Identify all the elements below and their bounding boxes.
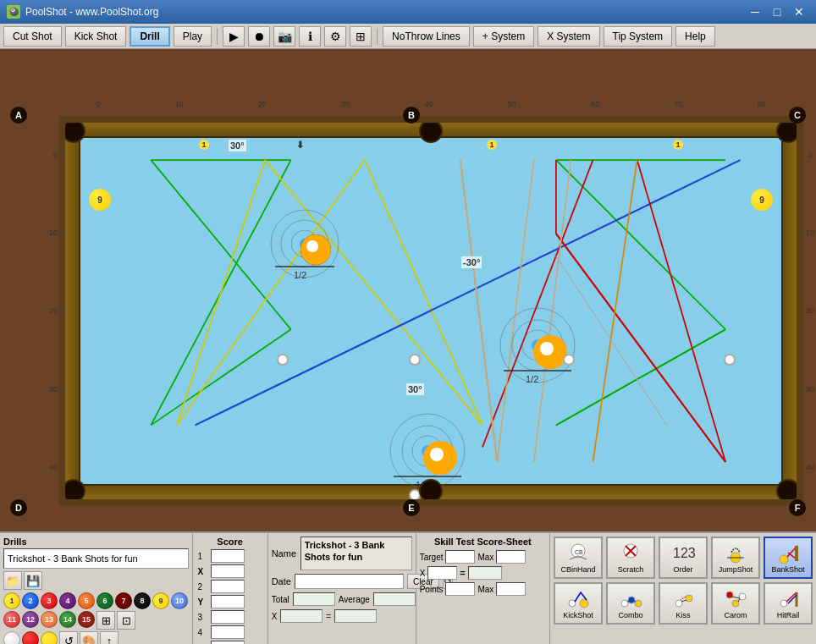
- drills-list[interactable]: Trickshot - 3 Bank Shots for fun: [3, 548, 189, 569]
- open-folder-button[interactable]: 📁: [3, 571, 22, 590]
- ball-10[interactable]: 10: [171, 592, 188, 609]
- ball-3[interactable]: 3: [41, 592, 58, 609]
- kiss-button[interactable]: Kiss: [659, 582, 708, 625]
- pocket-label-b: B: [403, 107, 420, 124]
- bank-shot-button[interactable]: BankShot: [764, 537, 813, 579]
- no-throw-button[interactable]: NoThrow Lines: [383, 26, 470, 47]
- kick-shot-button[interactable]: Kick Shot: [65, 26, 127, 47]
- ball-13[interactable]: 13: [41, 611, 58, 628]
- points-input[interactable]: [445, 582, 475, 596]
- ball-14[interactable]: 14: [59, 611, 76, 628]
- skill-result-input[interactable]: [468, 566, 502, 580]
- score-input-5[interactable]: [211, 641, 245, 644]
- x-input[interactable]: [280, 609, 323, 623]
- name-label: Name: [272, 548, 297, 559]
- max2-input[interactable]: [496, 582, 526, 596]
- ball-solid-red[interactable]: [22, 631, 39, 644]
- ball-6[interactable]: 6: [96, 592, 113, 609]
- tip-system-button[interactable]: Tip System: [604, 26, 673, 47]
- pool-table[interactable]: 30° -30° 30° 1/2: [58, 116, 803, 506]
- settings-icon-button[interactable]: ⚙: [324, 26, 346, 47]
- close-button[interactable]: ✕: [789, 3, 809, 20]
- save-button[interactable]: 💾: [24, 571, 42, 590]
- help-button[interactable]: Help: [675, 26, 715, 47]
- ball-9-top-right[interactable]: 9: [751, 189, 773, 211]
- cue-ball-right[interactable]: [563, 354, 575, 366]
- total-input[interactable]: [293, 592, 335, 606]
- ball-9-bottom-left[interactable]: 9: [102, 502, 124, 506]
- date-input[interactable]: [295, 574, 404, 589]
- score-row-1: 1: [196, 548, 264, 564]
- ball-solid-yellow[interactable]: [41, 631, 58, 644]
- result-input[interactable]: [334, 609, 377, 623]
- ball-solid-white[interactable]: [3, 631, 20, 644]
- ball-7[interactable]: 7: [115, 592, 132, 609]
- cb-in-hand-label: CBinHand: [560, 565, 595, 574]
- rail-left: [65, 123, 80, 499]
- jump-shot-button[interactable]: JumpShot: [711, 537, 760, 579]
- x-system-button[interactable]: X System: [538, 26, 599, 47]
- cut-shot-button[interactable]: Cut Shot: [3, 26, 62, 47]
- score-input-1[interactable]: [211, 549, 245, 563]
- equals2-label: =: [460, 568, 465, 578]
- cue-ball-left[interactable]: [277, 354, 289, 366]
- svg-point-44: [430, 448, 444, 461]
- ball-9-top-left[interactable]: 9: [89, 189, 111, 211]
- ball-5[interactable]: 5: [78, 592, 95, 609]
- svg-point-59: [621, 600, 628, 607]
- bottom-panel: Drills Trickshot - 3 Bank Shots for fun …: [0, 531, 816, 644]
- arrow-up-btn[interactable]: ↑: [100, 631, 119, 644]
- svg-line-11: [177, 160, 365, 425]
- carom-button[interactable]: Carom: [711, 582, 760, 625]
- total-label: Total: [272, 595, 289, 604]
- cue-ball-center[interactable]: [409, 354, 421, 366]
- ball-8[interactable]: 8: [134, 592, 151, 609]
- ball-11[interactable]: 11: [3, 611, 20, 628]
- score-input-4[interactable]: [211, 625, 245, 639]
- ball-12[interactable]: 12: [22, 611, 39, 628]
- average-input[interactable]: [373, 592, 416, 606]
- target-label: Target: [420, 553, 444, 562]
- ball-2[interactable]: 2: [22, 592, 39, 609]
- name-display[interactable]: Trickshot - 3 Bank Shots for fun: [300, 537, 412, 570]
- ball-15[interactable]: 15: [78, 611, 95, 628]
- max-input[interactable]: [496, 550, 526, 564]
- play-button[interactable]: Play: [174, 26, 212, 47]
- score-y-input[interactable]: [211, 595, 245, 608]
- score-x-input[interactable]: [211, 564, 245, 578]
- order-button[interactable]: 123 Order: [659, 537, 708, 579]
- grid-icon-button[interactable]: ⊞: [350, 26, 372, 47]
- score-row-4: 4: [196, 625, 264, 640]
- cb-in-hand-button[interactable]: CB CBinHand: [554, 537, 603, 579]
- playing-field[interactable]: 30° -30° 30° 1/2: [80, 138, 781, 484]
- drill-button[interactable]: Drill: [130, 26, 169, 47]
- plus-system-button[interactable]: + System: [473, 26, 534, 47]
- cue-ball-far-right[interactable]: [724, 354, 736, 366]
- scratch-button[interactable]: Scratch: [606, 537, 655, 579]
- kick-shot-button[interactable]: KickShot: [554, 582, 603, 625]
- info-icon-button[interactable]: ℹ: [299, 26, 321, 47]
- maximize-button[interactable]: □: [767, 3, 787, 20]
- target-input[interactable]: [445, 550, 475, 564]
- camera-icon-button[interactable]: 📷: [273, 26, 295, 47]
- toolbar-separator-2: [377, 28, 378, 45]
- play-icon-button[interactable]: ▶: [223, 26, 245, 47]
- ball-4[interactable]: 4: [59, 592, 76, 609]
- score-input-2[interactable]: [211, 580, 245, 593]
- ball-9[interactable]: 9: [152, 592, 169, 609]
- refresh-btn[interactable]: ↺: [59, 631, 78, 644]
- copy-btn[interactable]: ⊡: [117, 611, 135, 630]
- record-icon-button[interactable]: ⏺: [248, 26, 270, 47]
- points-label: Points: [420, 585, 444, 594]
- skill-test-title: Skill Test Score-Sheet: [420, 537, 546, 547]
- score-input-3[interactable]: [211, 610, 245, 624]
- combo-button[interactable]: Combo: [606, 582, 655, 625]
- svg-point-60: [628, 597, 635, 603]
- hit-rail-button[interactable]: HitRail: [764, 582, 813, 625]
- pocket-label-c: C: [789, 107, 806, 124]
- ball-1[interactable]: 1: [3, 592, 20, 609]
- layout-btn[interactable]: ⊞: [96, 611, 115, 630]
- x2-input[interactable]: [427, 566, 457, 580]
- color-btn[interactable]: 🎨: [80, 631, 98, 644]
- minimize-button[interactable]: ─: [745, 3, 765, 20]
